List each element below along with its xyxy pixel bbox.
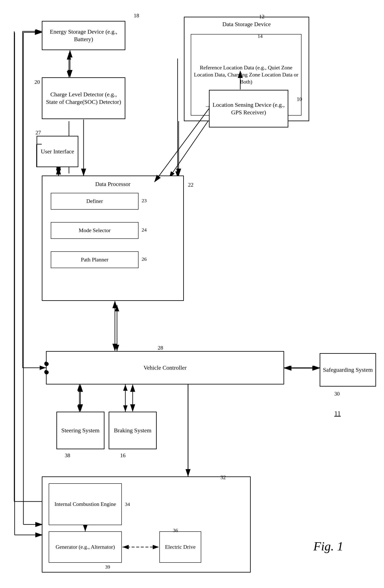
ref-20: 20: [35, 79, 40, 85]
ref-30: 30: [334, 391, 340, 397]
ref-28: 28: [158, 345, 163, 351]
ref-32: 32: [221, 474, 226, 481]
ref-26: 26: [142, 256, 147, 262]
charge-level-box: Charge Level Detector (e.g., State of Ch…: [42, 77, 125, 119]
ref-11: 11: [334, 410, 341, 417]
ref-38: 38: [65, 452, 70, 459]
ref-18: 18: [134, 13, 139, 19]
data-processor-box: Data Processor Definer 23 Mode Selector …: [42, 175, 184, 301]
diagram: 18 Energy Storage Device (e.g., Battery)…: [0, 0, 384, 588]
fig-label: Fig. 1: [313, 539, 343, 553]
data-processor-label: Data Processor: [95, 180, 131, 188]
braking-box: Braking System: [109, 412, 157, 449]
mode-selector-box: Mode Selector: [51, 222, 139, 239]
drivetrain-box: Internal Combustion Engine Generator (e.…: [42, 476, 251, 572]
ref-23: 23: [142, 197, 147, 204]
safeguarding-box: Safeguarding System: [320, 353, 376, 387]
steering-box: Steering System: [56, 412, 104, 449]
arrow-location: →: [204, 102, 211, 110]
definer-box: Definer: [51, 193, 139, 210]
ref-14: 14: [258, 33, 263, 40]
inner-arrows: [42, 477, 250, 572]
ref-16: 16: [120, 452, 125, 459]
user-interface-box: User Interface: [37, 136, 78, 167]
ref-12: 12: [259, 14, 264, 20]
data-storage-label: Data Storage Device: [222, 21, 271, 28]
vehicle-controller-box: Vehicle Controller: [46, 351, 284, 384]
ref-27: 27: [36, 129, 41, 136]
ref-22: 22: [188, 182, 193, 188]
path-planner-box: Path Planner: [51, 251, 139, 268]
energy-storage-box: Energy Storage Device (e.g., Battery): [42, 21, 125, 50]
ref-10: 10: [297, 96, 302, 102]
location-sensing-box: Location Sensing Device (e.g., GPS Recei…: [209, 90, 288, 127]
ref-24: 24: [142, 227, 147, 233]
